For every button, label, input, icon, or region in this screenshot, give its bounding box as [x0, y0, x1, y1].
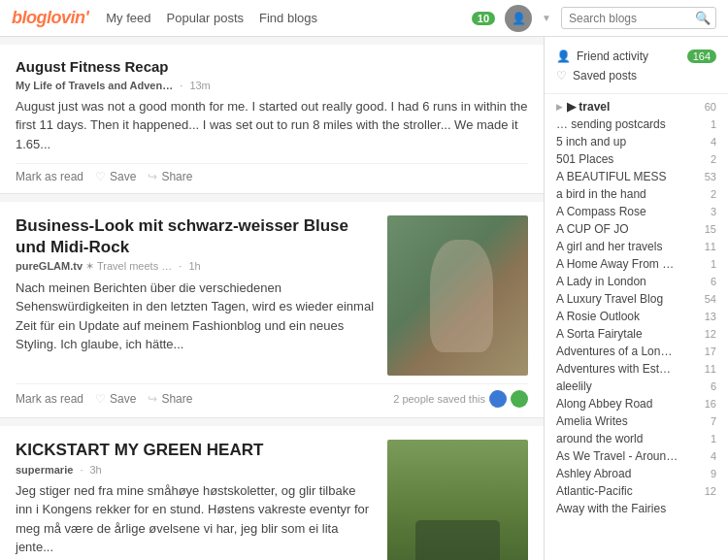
- blog-name[interactable]: My Life of Travels and Adven…: [16, 80, 173, 91]
- post-actions: Mark as read ♡ Save ↪ Share: [16, 163, 528, 183]
- post-actions: Mark as read ♡ Save ↪ Share 2 people sav…: [16, 383, 528, 408]
- friend-activity-badge: 164: [687, 49, 716, 63]
- post-time: 3h: [90, 464, 102, 476]
- blog-item-count: 7: [711, 415, 716, 427]
- sidebar-blog-item[interactable]: Amelia Writes7: [545, 412, 728, 430]
- sidebar-blog-item[interactable]: A Home Away From …1: [545, 255, 728, 273]
- blog-item-count: 15: [705, 223, 716, 235]
- blog-item-count: 2: [711, 188, 716, 200]
- search-box: 🔍: [561, 7, 716, 29]
- blog-item-count: 11: [705, 241, 716, 252]
- blog-item-name: 501 Places: [556, 152, 613, 166]
- share-icon: ↪: [148, 392, 157, 406]
- blog-item-count: 3: [711, 206, 716, 217]
- heart-icon: ♡: [95, 392, 106, 406]
- blog-item-count: 6: [711, 380, 716, 392]
- blog-item-name: A Lady in London: [556, 275, 646, 288]
- sidebar-blog-item[interactable]: Away with the Fairies: [545, 500, 728, 517]
- post-image: [387, 440, 528, 560]
- blog-item-count: 17: [705, 346, 716, 357]
- nav-my-feed[interactable]: My feed: [106, 11, 150, 25]
- sidebar-blog-item[interactable]: Atlantic-Pacific12: [545, 482, 728, 500]
- blog-name[interactable]: pureGLAM.tv: [16, 260, 83, 272]
- save-button[interactable]: ♡ Save: [95, 392, 136, 406]
- post-content: KICKSTART MY GREEN HEART supermarie · 3h…: [16, 440, 528, 560]
- sidebar-blog-item[interactable]: Ashley Abroad9: [545, 465, 728, 482]
- blog-item-name: As We Travel - Aroun…: [556, 449, 678, 463]
- post-title[interactable]: August Fitness Recap: [16, 58, 528, 77]
- share-button[interactable]: ↪ Share: [148, 392, 192, 406]
- post-meta: supermarie · 3h: [16, 464, 376, 476]
- sidebar-blog-item[interactable]: A Lady in London6: [545, 273, 728, 290]
- blog-item-count: 13: [705, 311, 716, 322]
- sidebar-blog-item[interactable]: A CUP OF JO15: [545, 220, 728, 238]
- nav-find-blogs[interactable]: Find blogs: [259, 11, 317, 25]
- sidebar-blog-item[interactable]: A Luxury Travel Blog54: [545, 290, 728, 308]
- save-button[interactable]: ♡ Save: [95, 170, 136, 183]
- sidebar-blog-item[interactable]: aleelily6: [545, 378, 728, 395]
- friend-activity-link[interactable]: 👤 Friend activity 164: [556, 47, 716, 66]
- blog-item-name: Along Abbey Road: [556, 397, 652, 411]
- post-body: Nach meinen Berichten über die verschied…: [16, 279, 376, 354]
- sidebar-blog-item[interactable]: A girl and her travels11: [545, 238, 728, 255]
- avatar[interactable]: 👤: [505, 5, 532, 32]
- post-card: Business-Look mit schwarz-weisser Bluse …: [0, 202, 544, 418]
- post-content: Business-Look mit schwarz-weisser Bluse …: [16, 215, 528, 376]
- sidebar-blog-item[interactable]: 501 Places2: [545, 150, 728, 168]
- sidebar-travel-header[interactable]: ▶ ▶ travel 60: [545, 98, 728, 115]
- saver-avatar-1: [489, 390, 507, 408]
- share-button[interactable]: ↪ Share: [148, 170, 192, 183]
- saved-posts-link[interactable]: ♡ Saved posts: [556, 66, 716, 85]
- blog-item-name: A Rosie Outlook: [556, 310, 640, 323]
- blog-item-count: 1: [711, 433, 716, 445]
- sidebar-blog-item[interactable]: As We Travel - Aroun…4: [545, 447, 728, 465]
- sidebar-blog-item[interactable]: A Rosie Outlook13: [545, 308, 728, 325]
- mark-as-read-button[interactable]: Mark as read: [16, 170, 83, 183]
- blog-item-name: Adventures of a Lon…: [556, 345, 672, 358]
- notification-badge[interactable]: 10: [472, 12, 495, 25]
- blog-item-name: Away with the Fairies: [556, 502, 666, 515]
- post-text: KICKSTART MY GREEN HEART supermarie · 3h…: [16, 440, 376, 560]
- post-time: 1h: [188, 260, 200, 272]
- post-title[interactable]: KICKSTART MY GREEN HEART: [16, 440, 376, 460]
- post-meta: pureGLAM.tv ✶ Travel meets … · 1h: [16, 260, 376, 273]
- sidebar-blog-item[interactable]: A BEAUTIFUL MESS53: [545, 168, 728, 185]
- post-card: KICKSTART MY GREEN HEART supermarie · 3h…: [0, 426, 544, 560]
- blog-name-2[interactable]: Travel meets …: [97, 260, 172, 272]
- saver-avatar-2: [511, 390, 528, 408]
- sidebar-blog-item[interactable]: Along Abbey Road16: [545, 395, 728, 412]
- post-image: [387, 215, 528, 376]
- sidebar-blog-item[interactable]: a bird in the hand2: [545, 185, 728, 203]
- blog-name[interactable]: supermarie: [16, 464, 73, 476]
- blog-item-name: … sending postcards: [556, 117, 666, 131]
- sidebar-blog-item[interactable]: Adventures with Est…11: [545, 360, 728, 378]
- logo[interactable]: bloglovin': [12, 8, 88, 28]
- main-feed: August Fitness Recap My Life of Travels …: [0, 37, 544, 560]
- blog-item-count: 4: [711, 450, 716, 462]
- search-input[interactable]: [569, 12, 695, 25]
- sidebar-utility-links: 👤 Friend activity 164 ♡ Saved posts: [545, 43, 728, 89]
- sidebar-blog-item[interactable]: 5 inch and up4: [545, 133, 728, 150]
- sidebar-blog-item[interactable]: around the world1: [545, 430, 728, 447]
- sidebar-blog-list: … sending postcards15 inch and up4501 Pl…: [545, 115, 728, 517]
- post-title[interactable]: Business-Look mit schwarz-weisser Bluse …: [16, 215, 376, 257]
- mark-as-read-button[interactable]: Mark as read: [16, 392, 83, 406]
- nav-popular-posts[interactable]: Popular posts: [167, 11, 245, 25]
- blog-item-name: A girl and her travels: [556, 240, 662, 253]
- sidebar-blog-item[interactable]: Adventures of a Lon…17: [545, 343, 728, 360]
- dropdown-arrow-icon[interactable]: ▼: [542, 13, 551, 23]
- blog-item-count: 4: [711, 136, 716, 148]
- blog-item-count: 54: [705, 293, 716, 305]
- blog-item-name: Ashley Abroad: [556, 467, 631, 480]
- blog-item-count: 53: [705, 171, 716, 182]
- blog-item-count: 9: [711, 468, 716, 479]
- sidebar-blog-item[interactable]: A Compass Rose3: [545, 203, 728, 220]
- blog-item-name: 5 inch and up: [556, 135, 626, 148]
- post-text: Business-Look mit schwarz-weisser Bluse …: [16, 215, 376, 376]
- sidebar-blog-item[interactable]: … sending postcards1: [545, 115, 728, 133]
- blog-item-name: aleelily: [556, 379, 592, 393]
- sidebar-blog-item[interactable]: A Sorta Fairytale12: [545, 325, 728, 343]
- main-layout: August Fitness Recap My Life of Travels …: [0, 37, 728, 560]
- saved-by: 2 people saved this: [393, 390, 528, 408]
- blog-item-count: 11: [705, 363, 716, 375]
